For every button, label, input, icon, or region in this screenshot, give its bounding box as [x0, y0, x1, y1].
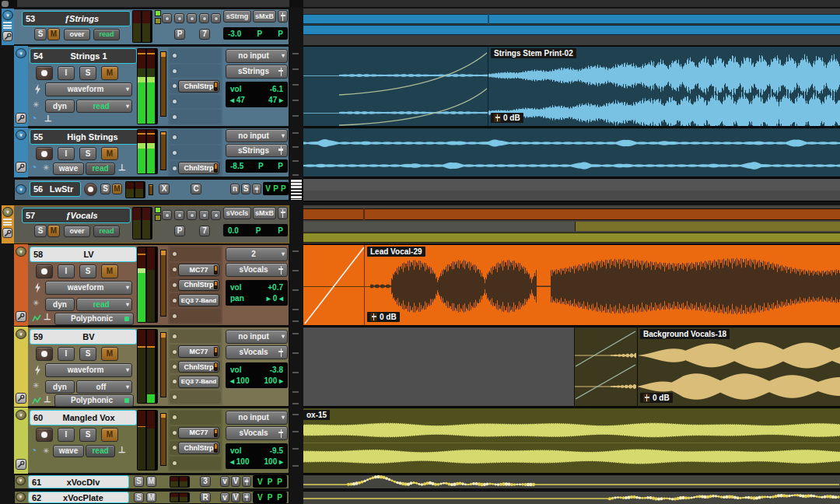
- insert-slot-d[interactable]: [170, 457, 221, 471]
- insert-slot-d[interactable]: EQ3 7-Band: [170, 293, 221, 307]
- track-54-dyn-button[interactable]: dyn: [45, 100, 75, 113]
- track-53-disclosure-icon[interactable]: ▾: [2, 10, 13, 20]
- wrench-icon[interactable]: [16, 459, 26, 470]
- track-62-vpp-display[interactable]: VPP: [253, 492, 287, 503]
- track-53-solo-button[interactable]: S: [34, 28, 47, 40]
- insert-mc77[interactable]: MC77: [178, 264, 219, 276]
- track-55-disclosure-icon[interactable]: ▾: [16, 130, 26, 140]
- track-53-send-7-button[interactable]: 7: [199, 29, 210, 40]
- scrollbar-nub[interactable]: [2, 1, 9, 7]
- track-58-name-plate[interactable]: 58LV: [30, 247, 137, 262]
- insert-slot-c[interactable]: ChnlStrp: [170, 161, 221, 175]
- track-61-view-button[interactable]: V: [231, 476, 240, 487]
- track-58-vol-pan-display[interactable]: vol+0.7 pan▸ 0 ◂: [226, 280, 288, 306]
- track-59-lane[interactable]: Background Vocals-18 0 dB: [303, 327, 840, 407]
- track-61-disclosure-icon[interactable]: ▾: [16, 476, 26, 485]
- track-59-gain-sliver[interactable]: [160, 332, 166, 397]
- track-54-vol-pan-display[interactable]: vol-6.1 ◂ 4747 ▸: [226, 82, 288, 107]
- track-59-output-selector[interactable]: sVocals: [226, 345, 288, 359]
- track-53-send-slot-a[interactable]: [162, 13, 172, 23]
- track-58-view-selector[interactable]: waveform▾: [45, 281, 132, 295]
- elastic-audio-icon[interactable]: [31, 313, 41, 324]
- insert-slot-c[interactable]: ChnlStrp: [170, 360, 221, 373]
- track-60-disclosure-icon[interactable]: ▾: [16, 410, 26, 420]
- insert-slot-a[interactable]: [170, 49, 221, 63]
- track-61-insert-slot[interactable]: 3: [200, 476, 211, 487]
- track-62-solo-button[interactable]: S: [134, 492, 144, 502]
- track-60-input-monitor-button[interactable]: I: [58, 428, 75, 442]
- track-56-c-button[interactable]: C: [191, 184, 201, 194]
- track-53-automation-button[interactable]: read: [93, 29, 120, 40]
- track-58-clip-lead-vocal[interactable]: Lead Vocal-29 0 dB: [303, 244, 840, 326]
- track-59-vol-pan-display[interactable]: vol-3.8 ◂ 100100 ▸: [226, 362, 288, 388]
- track-56-solo-small-button[interactable]: S: [241, 184, 250, 194]
- track-58-record-button[interactable]: [36, 264, 53, 278]
- track-56-mute-button[interactable]: M: [112, 184, 122, 194]
- clip-gain-label[interactable]: 0 dB: [640, 393, 673, 403]
- wrench-icon[interactable]: [16, 393, 26, 404]
- track-57-disclosure-icon[interactable]: ▾: [2, 207, 13, 217]
- track-59-input-monitor-button[interactable]: I: [58, 347, 75, 361]
- track-54-automation-selector[interactable]: read▾: [76, 100, 132, 113]
- track-54-disclosure-icon[interactable]: ▾: [16, 48, 26, 58]
- track-53-send-slot-d[interactable]: [199, 13, 209, 23]
- insert-slot-e[interactable]: [170, 390, 221, 404]
- freeze-icon[interactable]: ✳: [33, 381, 39, 390]
- track-56-record-button[interactable]: [84, 183, 97, 196]
- track-54-record-button[interactable]: [36, 66, 53, 80]
- track-59-view-selector[interactable]: waveform▾: [45, 363, 132, 377]
- track-60-output-selector[interactable]: sVocals: [226, 426, 288, 440]
- track-53-output-a-button[interactable]: sStrng: [223, 10, 251, 23]
- track-59-disclosure-icon[interactable]: ▾: [16, 329, 26, 339]
- track-62-mute-button[interactable]: M: [146, 492, 156, 502]
- track-54-input-selector[interactable]: no input▾: [226, 49, 288, 63]
- track-55-input-monitor-button[interactable]: I: [58, 147, 75, 160]
- track-53-output-b-button[interactable]: sMxB: [253, 10, 276, 23]
- track-54-clip-strings-stem[interactable]: Strings Stem Print-02 0 dB: [303, 46, 840, 127]
- track-60-gain-sliver[interactable]: [160, 413, 166, 466]
- track-58-gain-sliver[interactable]: [160, 250, 166, 317]
- elastic-audio-icon[interactable]: [31, 395, 41, 406]
- track-56-name-plate[interactable]: 56LwStr: [30, 181, 81, 197]
- track-55-clip[interactable]: [303, 128, 840, 177]
- track-56-disclosure-icon[interactable]: ▾: [16, 184, 26, 194]
- track-59-name-plate[interactable]: 59BV: [30, 329, 137, 345]
- track-59-input-selector[interactable]: no input▾: [226, 330, 288, 344]
- track-60-vol-pan-display[interactable]: vol-9.5 ◂ 100100 ▸: [226, 443, 288, 469]
- track-55-automation-selector[interactable]: read: [86, 163, 115, 175]
- insert-slot-b[interactable]: [170, 65, 221, 79]
- insert-slot-c[interactable]: ChnlStrp: [170, 79, 221, 93]
- track-58-input-selector[interactable]: 2▾: [226, 247, 288, 261]
- track-55-gain-sliver[interactable]: [160, 131, 166, 170]
- track-59-dyn-button[interactable]: dyn: [45, 380, 75, 394]
- insert-slot-b[interactable]: [170, 145, 221, 159]
- freeze-icon[interactable]: ✳: [33, 100, 39, 109]
- track-60-view-selector[interactable]: wave: [53, 445, 84, 457]
- track-55-solo-button[interactable]: S: [79, 147, 96, 160]
- track-58-mute-button[interactable]: M: [101, 264, 118, 278]
- track-53-send-slot-b[interactable]: [174, 13, 184, 23]
- track-55-view-selector[interactable]: wave: [53, 163, 84, 175]
- wrench-icon[interactable]: [2, 228, 12, 238]
- insert-chnlstrp[interactable]: ChnlStrp: [178, 442, 219, 454]
- freeze-icon[interactable]: ✳: [43, 446, 49, 455]
- track-58-automation-selector[interactable]: read▾: [76, 298, 132, 311]
- track-61-vpp-display[interactable]: VPP: [253, 475, 287, 488]
- clip-gain-label[interactable]: 0 dB: [491, 113, 523, 123]
- insert-slot-a[interactable]: [170, 330, 221, 343]
- track-53-send-p-button[interactable]: P: [174, 29, 185, 40]
- track-62-disclosure-icon[interactable]: ▾: [16, 492, 26, 502]
- insert-slot-a[interactable]: [170, 411, 221, 425]
- track-62-view-small-button[interactable]: v: [220, 492, 229, 502]
- track-54-mute-button[interactable]: M: [101, 66, 118, 80]
- track-58-dyn-button[interactable]: dyn: [45, 298, 75, 311]
- track-57-send-7-button[interactable]: 7: [199, 226, 210, 236]
- insert-chnlstrp[interactable]: ChnlStrp: [178, 361, 219, 373]
- track-61-mute-button[interactable]: M: [146, 476, 156, 487]
- track-57-record-mode-button[interactable]: over: [64, 226, 90, 237]
- track-62-automation-lane[interactable]: [303, 491, 840, 504]
- insert-eq3[interactable]: EQ3 7-Band: [178, 294, 219, 306]
- track-59-elastic-plugin-selector[interactable]: Polyphonic: [54, 394, 134, 407]
- track-56-vpp-display[interactable]: VPP: [263, 182, 289, 195]
- track-57-send-slot-a[interactable]: [162, 210, 172, 220]
